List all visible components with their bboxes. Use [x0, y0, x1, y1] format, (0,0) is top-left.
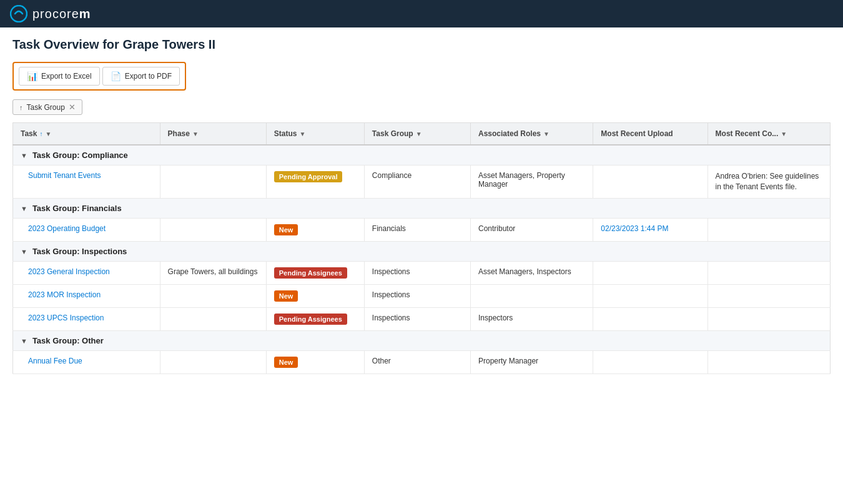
table-header-row: Task ↑ ▼ Phase ▼ Status ▼	[13, 123, 831, 146]
group-name: Task Group: Compliance	[32, 151, 128, 160]
group-row: ▼Task Group: Inspections	[13, 241, 831, 261]
group-toggle-icon[interactable]: ▼	[21, 337, 27, 345]
col-task: Task ↑ ▼	[13, 123, 160, 146]
phase-cell	[160, 284, 266, 307]
task-link[interactable]: 2023 Operating Budget	[28, 224, 106, 233]
phase-filter-icon[interactable]: ▼	[192, 131, 199, 137]
task-filter-icon[interactable]: ▼	[45, 131, 51, 137]
comment-text: Andrea O'brien: See guidelines in the Te…	[716, 172, 819, 191]
status-cell: New	[266, 350, 364, 373]
comment-cell: Andrea O'brien: See guidelines in the Te…	[707, 166, 830, 199]
upload-cell	[593, 261, 707, 284]
logo: procorem	[10, 5, 91, 22]
upload-cell	[593, 284, 707, 307]
top-bar: procorem	[0, 0, 843, 27]
upload-cell	[593, 307, 707, 330]
roles-cell: Inspectors	[471, 307, 593, 330]
phase-cell	[160, 218, 266, 241]
status-badge: New	[274, 290, 298, 302]
procore-logo-icon	[10, 5, 27, 22]
comment-cell	[707, 218, 830, 241]
table-row: Submit Tenant EventsPending ApprovalComp…	[13, 166, 831, 199]
group-row: ▼Task Group: Compliance	[13, 145, 831, 166]
comment-filter-icon[interactable]: ▼	[781, 131, 787, 137]
group-row: ▼Task Group: Other	[13, 330, 831, 350]
roles-cell: Asset Managers, Property Manager	[471, 166, 593, 199]
roles-cell: Contributor	[471, 218, 593, 241]
status-cell: Pending Assignees	[266, 307, 364, 330]
logo-text: procorem	[32, 7, 91, 21]
task-link[interactable]: 2023 UPCS Inspection	[28, 314, 104, 322]
upload-cell: 02/23/2023 1:44 PM	[593, 218, 707, 241]
export-area: 📊 Export to Excel 📄 Export to PDF	[12, 62, 186, 91]
group-toggle-icon[interactable]: ▼	[21, 152, 27, 159]
taskgroup-cell: Inspections	[364, 284, 470, 307]
col-comment: Most Recent Co... ▼	[707, 123, 830, 146]
task-link[interactable]: Annual Fee Due	[28, 357, 82, 365]
status-badge: New	[274, 357, 298, 368]
filter-chips: ↑ Task Group ✕	[12, 99, 831, 115]
excel-icon: 📊	[27, 71, 37, 81]
taskgroup-cell: Compliance	[364, 166, 470, 199]
col-taskgroup: Task Group ▼	[364, 123, 470, 146]
export-excel-button[interactable]: 📊 Export to Excel	[19, 67, 100, 86]
remove-filter-icon[interactable]: ✕	[69, 102, 76, 112]
export-pdf-button[interactable]: 📄 Export to PDF	[102, 67, 180, 86]
group-toggle-icon[interactable]: ▼	[21, 248, 27, 255]
task-link[interactable]: 2023 MOR Inspection	[28, 290, 101, 299]
comment-cell	[707, 284, 830, 307]
sort-arrow-icon: ↑	[19, 104, 23, 111]
phase-cell	[160, 307, 266, 330]
phase-cell	[160, 166, 266, 199]
group-name: Task Group: Other	[32, 336, 104, 345]
chip-label: Task Group	[27, 103, 65, 112]
svg-point-0	[11, 6, 27, 22]
comment-cell	[707, 350, 830, 373]
status-cell: Pending Assignees	[266, 261, 364, 284]
status-filter-icon[interactable]: ▼	[299, 131, 305, 137]
taskgroup-cell: Inspections	[364, 307, 470, 330]
task-link[interactable]: 2023 General Inspection	[28, 267, 110, 276]
roles-cell: Asset Managers, Inspectors	[471, 261, 593, 284]
table-row: 2023 UPCS InspectionPending AssigneesIns…	[13, 307, 831, 330]
col-roles: Associated Roles ▼	[471, 123, 593, 146]
taskgroup-filter-icon[interactable]: ▼	[416, 131, 422, 137]
status-badge: Pending Assignees	[274, 314, 347, 325]
phase-cell: Grape Towers, all buildings	[160, 261, 266, 284]
group-toggle-icon[interactable]: ▼	[21, 205, 27, 212]
status-cell: New	[266, 218, 364, 241]
comment-cell	[707, 261, 830, 284]
pdf-icon: 📄	[111, 71, 121, 81]
roles-filter-icon[interactable]: ▼	[543, 131, 550, 137]
comment-cell	[707, 307, 830, 330]
table-row: 2023 Operating BudgetNewFinancialsContri…	[13, 218, 831, 241]
taskgroup-cell: Financials	[364, 218, 470, 241]
main-content: Task Overview for Grape Towers II 📊 Expo…	[0, 27, 843, 504]
group-name: Task Group: Inspections	[32, 247, 127, 256]
task-table: Task ↑ ▼ Phase ▼ Status ▼	[12, 122, 831, 374]
status-badge: New	[274, 224, 298, 235]
status-badge: Pending Approval	[274, 171, 343, 182]
status-cell: New	[266, 284, 364, 307]
taskgroup-cell: Other	[364, 350, 470, 373]
col-phase: Phase ▼	[160, 123, 266, 146]
status-badge: Pending Assignees	[274, 267, 347, 279]
group-row: ▼Task Group: Financials	[13, 198, 831, 218]
task-sort-icon[interactable]: ↑	[39, 131, 42, 137]
status-cell: Pending Approval	[266, 166, 364, 199]
roles-cell	[471, 284, 593, 307]
page-title: Task Overview for Grape Towers II	[12, 37, 831, 52]
table-row: 2023 MOR InspectionNewInspections	[13, 284, 831, 307]
task-group-filter-chip[interactable]: ↑ Task Group ✕	[12, 99, 82, 115]
table-row: 2023 General InspectionGrape Towers, all…	[13, 261, 831, 284]
upload-cell	[593, 166, 707, 199]
task-link[interactable]: Submit Tenant Events	[28, 171, 101, 180]
group-name: Task Group: Financials	[32, 204, 122, 213]
table-row: Annual Fee DueNewOtherProperty Manager	[13, 350, 831, 373]
col-status: Status ▼	[266, 123, 364, 146]
roles-cell: Property Manager	[471, 350, 593, 373]
upload-cell	[593, 350, 707, 373]
taskgroup-cell: Inspections	[364, 261, 470, 284]
phase-cell	[160, 350, 266, 373]
upload-date[interactable]: 02/23/2023 1:44 PM	[601, 224, 668, 233]
